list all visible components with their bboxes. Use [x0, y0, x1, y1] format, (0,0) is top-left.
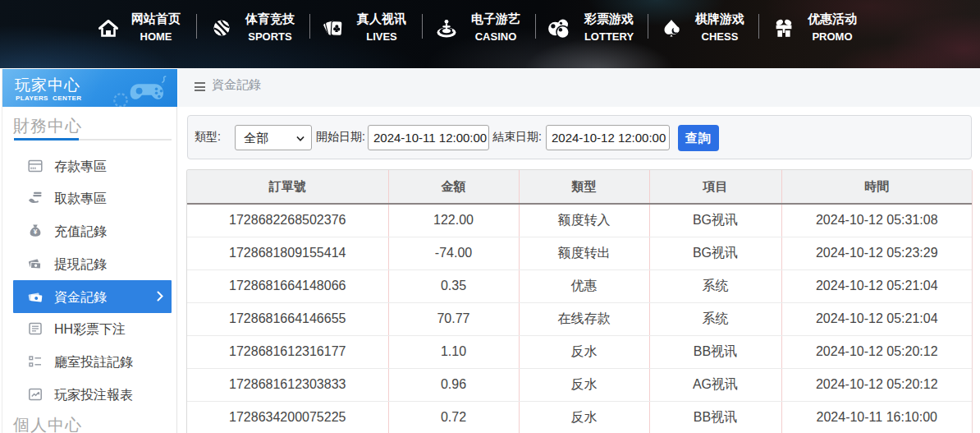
- svg-text:¥: ¥: [34, 228, 38, 236]
